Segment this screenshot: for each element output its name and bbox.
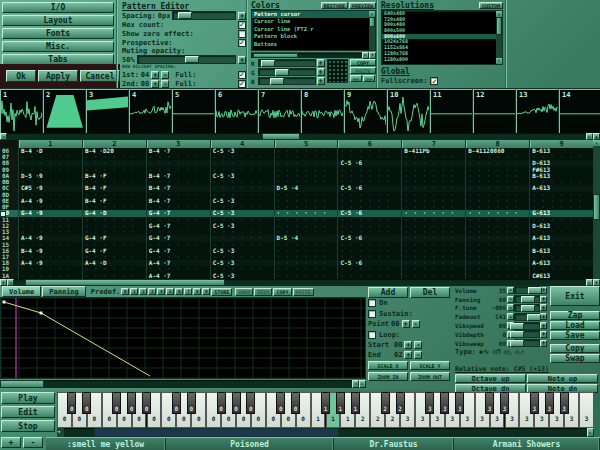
color-list-item[interactable]: Pattern block [252, 33, 375, 40]
vibrato-type-option-3[interactable]: ◇◿ [515, 348, 523, 356]
vscroll-thumb[interactable] [496, 17, 502, 35]
channel-plus-button[interactable]: + [317, 59, 325, 67]
piano-black-key[interactable]: 0 [246, 392, 255, 414]
pattern-cell[interactable]: A-4 ·7 [146, 273, 210, 279]
param-plus-button[interactable]: + [540, 322, 547, 329]
sample-thumbnail-10[interactable]: 10 [387, 89, 430, 136]
sample-thumbnail-2[interactable]: 2 [43, 89, 86, 136]
param-plus-button[interactable]: + [540, 331, 547, 338]
sample-thumbnail-4[interactable]: 4 [129, 89, 172, 136]
apply-button[interactable]: Apply [38, 70, 78, 82]
channel-header-5[interactable]: 5 [274, 140, 338, 148]
envelope-redo-button[interactable]: REDO [254, 288, 272, 296]
sample-thumbnail-1[interactable]: 1 [0, 89, 43, 136]
pattern-cell[interactable]: · · · · · · [274, 273, 338, 279]
vibrato-type-option-0[interactable]: ◆∿ [479, 348, 489, 356]
scroll-right-icon[interactable]: ► [587, 428, 594, 437]
color-list-item[interactable]: Cursor line (FT2 r [252, 26, 375, 33]
config-tab-fonts[interactable]: Fonts [2, 28, 114, 39]
play-button[interactable]: Play [1, 392, 55, 404]
vibrato-type-option-1[interactable]: ◇⊓ [492, 348, 500, 356]
envelope-canvas[interactable] [0, 297, 366, 379]
scroll-left-icon[interactable]: ◄ [57, 428, 64, 435]
scroll-down-icon[interactable]: ▼ [0, 279, 7, 286]
minus-button[interactable]: - [23, 437, 43, 448]
pattern-vscroll[interactable]: ▲ [593, 140, 600, 279]
envelope-predef-3[interactable]: 3 [148, 288, 156, 295]
channel-header-4[interactable]: 4 [210, 140, 274, 148]
piano-black-key[interactable]: 0 [172, 392, 181, 414]
cancel-button[interactable]: Cancel [80, 70, 120, 82]
piano-black-key[interactable]: 0 [232, 392, 241, 414]
slider-thumb[interactable] [275, 69, 289, 76]
colors-restore-button[interactable]: RESTORE [321, 2, 348, 9]
end-minus-button[interactable]: - [414, 351, 422, 359]
sample-thumbnail-7[interactable]: 7 [258, 89, 301, 136]
piano-black-key[interactable]: 0 [217, 392, 226, 414]
edit-button[interactable]: Edit [1, 406, 55, 418]
channel-plus-button[interactable]: + [317, 68, 325, 76]
zero-effect-checkbox[interactable] [238, 30, 246, 38]
envelope-predef-7[interactable]: 7 [184, 288, 192, 295]
hilight-plus-button[interactable]: + [151, 80, 159, 88]
envelope-copy-button[interactable]: COPY [273, 288, 291, 296]
piano-black-key[interactable]: 0 [82, 392, 91, 414]
channel-header-1[interactable]: 1 [18, 140, 82, 148]
spacing-plus-button[interactable]: + [238, 12, 246, 20]
envelope-undo-button[interactable]: UNDO [235, 288, 253, 296]
config-tab-layout[interactable]: Layout [2, 15, 114, 26]
piano-black-key[interactable]: 0 [276, 392, 285, 414]
piano-hscroll[interactable]: ◄ ► [57, 428, 594, 437]
hilight-minus-button[interactable]: - [161, 80, 169, 88]
colors-hscroll-right[interactable]: ► [362, 52, 369, 59]
param-slider[interactable] [514, 330, 540, 338]
pattern-hscroll-top[interactable]: ◄ ► ▲ [0, 133, 600, 140]
resolution-item[interactable]: 1280x800 [382, 57, 502, 63]
scale-x-button[interactable]: SCALE X [368, 361, 408, 370]
piano-black-key[interactable]: 1 [336, 392, 345, 414]
scroll-up-icon[interactable]: ▲ [593, 133, 600, 140]
envelope-predef-4[interactable]: 4 [157, 288, 165, 295]
param-minus-button[interactable]: - [507, 304, 514, 311]
color-next-button[interactable]: >> [363, 75, 375, 82]
piano-black-key[interactable]: 3 [545, 392, 554, 414]
envelope-predef-9[interactable]: 9 [202, 288, 210, 295]
param-slider[interactable] [514, 339, 540, 347]
sample-thumbnail-13[interactable]: 13 [516, 89, 559, 136]
envelope-predef-8[interactable]: 8 [193, 288, 201, 295]
sample-thumbnail-9[interactable]: 9 [344, 89, 387, 136]
vscroll-thumb[interactable] [593, 194, 600, 220]
end-plus-button[interactable]: + [404, 351, 412, 359]
envelope-del-button[interactable]: Del [410, 287, 450, 298]
piano-black-key[interactable]: 3 [500, 392, 509, 414]
pattern-hscroll-bottom[interactable]: ▼ ◄ ► ▼ [0, 279, 600, 286]
scroll-left-icon[interactable]: ◄ [7, 279, 14, 286]
zoom-out-button[interactable]: ZOOM OUT [410, 372, 450, 381]
color-copy-button[interactable]: COPY [350, 59, 376, 66]
muting-slider[interactable] [137, 55, 236, 64]
piano-black-key[interactable]: 3 [485, 392, 494, 414]
piano-black-key[interactable]: 0 [142, 392, 151, 414]
color-list-item[interactable]: Buttons [252, 41, 375, 48]
scroll-right-icon[interactable]: ► [586, 279, 593, 286]
param-minus-button[interactable]: - [507, 287, 514, 294]
hex-count-checkbox[interactable]: ✓ [238, 21, 246, 29]
piano-black-key[interactable]: 0 [291, 392, 300, 414]
piano-black-key[interactable]: 1 [321, 392, 330, 414]
full-checkbox[interactable]: ✓ [238, 80, 246, 88]
resolutions-custom-button[interactable]: CUSTOM [479, 2, 503, 9]
loop-checkbox[interactable] [368, 331, 376, 339]
slider-thumb[interactable] [521, 296, 535, 303]
envelope-predef-5[interactable]: 5 [166, 288, 174, 295]
envelope-store-button[interactable]: STORE [211, 288, 232, 296]
color-prev-button[interactable]: << [350, 75, 362, 82]
zap-button[interactable]: Zap [550, 311, 600, 320]
envelope-predef-0[interactable]: 0 [121, 288, 129, 295]
colors-list-down[interactable]: ▼ [369, 52, 376, 59]
sample-thumbnail-3[interactable]: 3 [86, 89, 129, 136]
spacing-slider[interactable] [172, 11, 236, 20]
channel-header-2[interactable]: 2 [82, 140, 146, 148]
slider-thumb[interactable] [527, 314, 541, 321]
slider-thumb[interactable] [510, 323, 524, 330]
note-up-button[interactable]: Note up [527, 374, 598, 383]
